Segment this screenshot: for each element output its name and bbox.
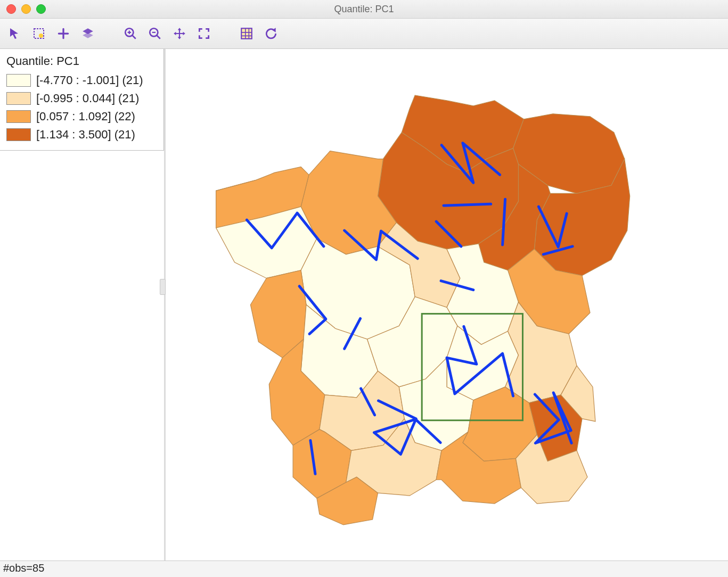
select-tool[interactable] [4,23,24,44]
minimize-icon[interactable] [21,4,31,14]
legend-swatch [6,110,31,123]
basemap-icon [240,27,253,40]
legend-swatch [6,128,31,141]
legend-swatch [6,92,31,105]
pan-icon [173,27,186,40]
status-obs-count: #obs=85 [3,562,44,574]
legend-sidebar: Quantile: PC1 [-4.770 : -1.001] (21)[-0.… [0,49,166,560]
legend-item[interactable]: [1.134 : 3.500] (21) [6,126,157,144]
window-controls [6,4,46,14]
close-icon[interactable] [6,4,16,14]
refresh-icon [264,27,278,40]
svg-point-1 [39,34,43,38]
zoom-in-icon [124,27,137,40]
add-tool[interactable] [53,23,73,44]
legend-swatch [6,74,31,87]
full-extent-icon [197,27,211,40]
legend-title: Quantile: PC1 [6,54,157,68]
map-regions[interactable] [216,95,630,525]
annotation-line [444,204,491,205]
content-area: Quantile: PC1 [-4.770 : -1.001] (21)[-0.… [0,49,728,560]
map-canvas[interactable] [166,49,728,560]
legend-item[interactable]: [-4.770 : -1.001] (21) [6,71,157,89]
legend-item[interactable]: [0.057 : 1.092] (22) [6,108,157,126]
extent-tool[interactable] [194,23,214,44]
legend-item[interactable]: [-0.995 : 0.044] (21) [6,89,157,108]
basemap-tool[interactable] [236,23,257,44]
svg-rect-4 [241,28,252,39]
sidebar-resize-handle[interactable] [160,279,166,295]
select-rect-icon [32,27,45,40]
toolbar [0,19,728,49]
legend-label: [0.057 : 1.092] (22) [36,110,135,123]
layers-icon [81,27,95,40]
legend-label: [-0.995 : 0.044] (21) [36,92,139,105]
pan-tool[interactable] [169,23,190,44]
maximize-icon[interactable] [36,4,46,14]
status-bar: #obs=85 [0,560,728,577]
title-bar: Quantile: PC1 [0,0,728,19]
window-title: Quantile: PC1 [0,4,728,15]
rect-select-tool[interactable] [29,23,49,44]
legend-label: [1.134 : 3.500] (21) [36,128,135,142]
zoom-in-tool[interactable] [120,23,141,44]
legend-panel: Quantile: PC1 [-4.770 : -1.001] (21)[-0.… [0,49,164,151]
refresh-tool[interactable] [261,23,281,44]
zoom-out-tool[interactable] [145,23,165,44]
legend-label: [-4.770 : -1.001] (21) [36,73,143,87]
zoom-out-icon [148,27,162,40]
layers-tool[interactable] [78,23,98,44]
plus-icon [56,27,70,40]
cursor-icon [8,27,21,40]
